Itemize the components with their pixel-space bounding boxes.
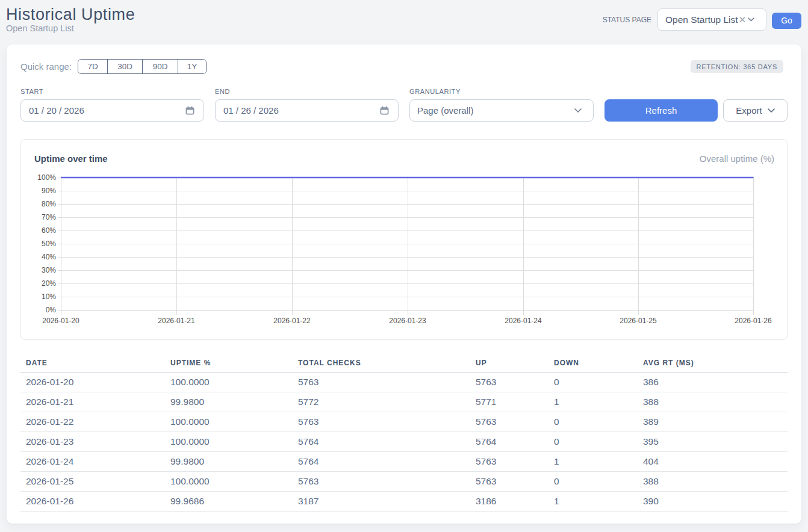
svg-text:40%: 40% (42, 253, 56, 261)
svg-text:0%: 0% (46, 306, 57, 314)
svg-text:2026-01-25: 2026-01-25 (620, 317, 657, 325)
svg-text:30%: 30% (42, 266, 56, 274)
svg-text:2026-01-26: 2026-01-26 (735, 317, 772, 325)
svg-text:20%: 20% (42, 279, 56, 288)
svg-text:2026-01-24: 2026-01-24 (505, 317, 542, 325)
svg-text:2026-01-22: 2026-01-22 (273, 317, 311, 325)
svg-text:2026-01-21: 2026-01-21 (158, 317, 195, 325)
svg-text:2026-01-20: 2026-01-20 (42, 317, 79, 325)
svg-text:90%: 90% (42, 187, 56, 195)
svg-text:50%: 50% (42, 240, 56, 248)
svg-text:70%: 70% (42, 213, 56, 221)
svg-text:10%: 10% (42, 292, 56, 301)
svg-text:80%: 80% (42, 200, 56, 208)
svg-text:60%: 60% (42, 226, 56, 235)
svg-text:2026-01-23: 2026-01-23 (389, 317, 426, 325)
svg-text:100%: 100% (37, 173, 56, 182)
